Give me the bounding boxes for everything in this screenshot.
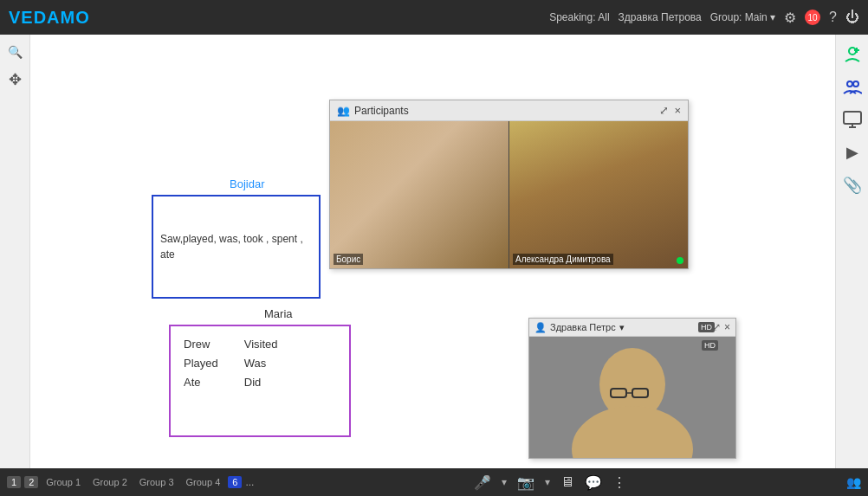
maria-content: Drew Played Ate Visited Was Did (184, 335, 336, 392)
play-icon[interactable]: ▶ (840, 140, 865, 164)
svg-point-9 (847, 81, 852, 87)
bottom-right: 👥 (846, 475, 861, 489)
mic-icon[interactable]: 🎤 (474, 474, 491, 491)
chat-icon[interactable]: 💬 (585, 474, 602, 491)
add-participant-icon[interactable] (840, 42, 865, 66)
left-toolbar: 🔍 ✥ (0, 35, 30, 468)
mic-settings-icon[interactable]: ▾ (502, 476, 507, 488)
bojidar-box: Saw,played, was, took , spent , ate (152, 195, 321, 299)
panel-header: 👥 Participants ⤢ × (330, 100, 688, 121)
group-label[interactable]: Group: Main ▾ (710, 11, 775, 23)
zdravka-title: Здравка Петрс (550, 322, 616, 332)
active-page[interactable]: 6 (228, 476, 242, 488)
bojidar-label: Bojidar (230, 177, 264, 190)
maria-col2-row2: Was (244, 354, 278, 373)
zoom-in-icon[interactable]: 🔍 (4, 42, 25, 62)
maria-col2-row1: Visited (244, 335, 278, 354)
participants-title: Participants (354, 105, 409, 117)
maria-col1: Drew Played Ate (184, 335, 218, 392)
speaking-label[interactable]: Speaking: All (549, 11, 609, 23)
zdravka-panel: 👤 Здравка Петрс ▾ HD ⤢ × (528, 318, 736, 459)
zdravka-header: 👤 Здравка Петрс ▾ HD ⤢ × (529, 319, 735, 337)
page-2[interactable]: 2 (24, 476, 38, 488)
hd-badge-overlay: HD (702, 340, 718, 351)
maria-col2: Visited Was Did (244, 335, 278, 392)
svg-point-10 (853, 81, 858, 87)
attachment-icon[interactable]: 📎 (840, 173, 865, 197)
groups-icon[interactable] (840, 74, 865, 99)
zdravka-close-icon[interactable]: × (724, 321, 730, 333)
camera-settings-icon[interactable]: ▾ (545, 476, 550, 488)
page-1[interactable]: 1 (7, 476, 21, 488)
topbar: VEDAMO Speaking: All Здравка Петрова Gro… (0, 0, 868, 35)
panel-header-right: ⤢ × (659, 104, 681, 117)
zdravka-header-right: HD ⤢ × (712, 321, 730, 333)
zdravka-user-icon: 👤 (534, 322, 547, 333)
maria-col1-row2: Played (184, 354, 218, 373)
user-name: Здравка Петрова (619, 11, 702, 23)
screen-icon[interactable]: 🖥 (560, 474, 574, 490)
svg-rect-11 (844, 112, 861, 124)
participants-icon: 👥 (337, 105, 350, 117)
bottom-bar: 1 2 Group 1 Group 2 Group 3 Group 4 6 ..… (0, 468, 868, 496)
video-slot-2: Александра Димитрова (508, 121, 688, 268)
power-icon[interactable]: ⏻ (845, 10, 859, 25)
cam1-video (330, 121, 508, 268)
more-pages[interactable]: ... (245, 476, 254, 488)
notification-badge[interactable]: 10 (805, 10, 820, 25)
zdravka-video: HD (529, 337, 735, 458)
logo: VEDAMO (9, 8, 90, 28)
cam2-name: Александра Димитрова (513, 254, 613, 265)
group2-tab[interactable]: Group 2 (88, 476, 132, 488)
cam1-name: Борис (334, 254, 363, 265)
maria-box: Drew Played Ate Visited Was Did (169, 325, 351, 437)
participants-panel: 👥 Participants ⤢ × Борис Александра Дими… (329, 100, 689, 269)
cam2-video (509, 121, 688, 268)
bottom-left: 1 2 Group 1 Group 2 Group 3 Group 4 6 ..… (7, 476, 254, 488)
zdravka-header-left: 👤 Здравка Петрс ▾ (534, 322, 625, 333)
close-icon[interactable]: × (674, 104, 681, 117)
group1-tab[interactable]: Group 1 (42, 476, 85, 488)
right-sidebar: ▶ 📎 (835, 35, 868, 468)
gear-icon[interactable]: ⚙ (784, 10, 796, 26)
bottom-center: 🎤 ▾ 📷 ▾ 🖥 💬 ⋮ (474, 474, 626, 491)
camera-icon[interactable]: 📷 (517, 474, 534, 491)
hd-badge: HD (698, 322, 715, 332)
screen-share-icon[interactable] (840, 107, 865, 132)
maria-label: Maria (264, 307, 293, 320)
help-icon[interactable]: ? (829, 10, 837, 25)
participants-count-icon[interactable]: 👥 (846, 475, 861, 489)
group4-tab[interactable]: Group 4 (182, 476, 225, 488)
maria-col1-row3: Ate (184, 373, 218, 392)
zdravka-dropdown-icon[interactable]: ▾ (619, 322, 625, 333)
group3-tab[interactable]: Group 3 (135, 476, 178, 488)
move-icon[interactable]: ✥ (4, 69, 25, 90)
maria-col1-row1: Drew (184, 335, 218, 354)
green-dot (677, 257, 683, 264)
video-slot-1: Борис (330, 121, 508, 268)
bojidar-text: Saw,played, was, took , spent , ate (160, 231, 312, 262)
expand-icon[interactable]: ⤢ (659, 104, 669, 117)
topbar-right: Speaking: All Здравка Петрова Group: Mai… (549, 10, 859, 26)
main-area: 🔍 ✥ Bojidar Saw,played, was, took , spen… (0, 35, 868, 468)
canvas-area: Bojidar Saw,played, was, took , spent , … (30, 35, 835, 468)
panel-header-left: 👥 Participants (337, 105, 409, 117)
more-icon[interactable]: ⋮ (612, 474, 626, 491)
maria-col2-row3: Did (244, 373, 278, 392)
panel-videos: Борис Александра Димитрова (330, 121, 688, 268)
